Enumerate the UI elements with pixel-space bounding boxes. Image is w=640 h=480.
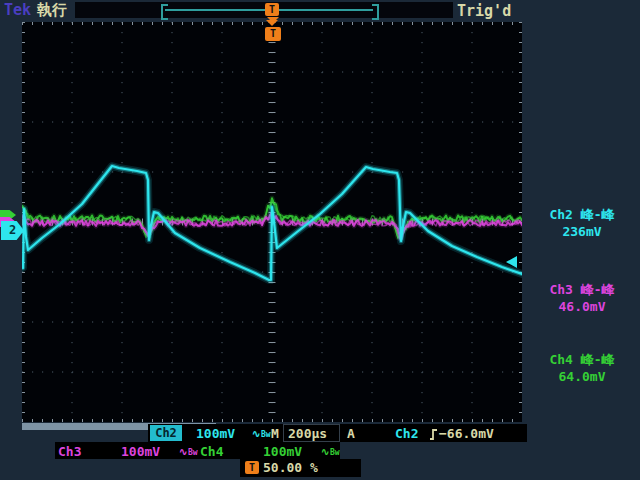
record-view-bar: T [75,2,453,18]
measurement-ch2-peak-to-peak: Ch2 峰-峰 236mV [528,206,636,240]
measurement-value: 46.0mV [528,298,636,315]
trigger-position-arrow-icon [266,20,278,26]
record-trigger-position-icon: T [265,3,279,16]
rising-edge-icon [429,428,438,441]
trigger-status-label: Trig'd [457,2,511,20]
oscilloscope-screenshot: { "header": { "brand": "Tek", "mode_labe… [0,0,640,480]
measurement-label: Ch3 峰-峰 [528,281,636,298]
trigger-position-marker: T [265,27,281,41]
measurement-ch3-peak-to-peak: Ch3 峰-峰 46.0mV [528,281,636,315]
trigger-source-readout: Ch2 [395,426,418,441]
measurement-value: 236mV [528,223,636,240]
timebase-label: M [271,426,279,441]
ch4-bandwidth-limit-icon: Bw [330,448,340,457]
graticule [22,22,522,422]
timebase-value: 200μs [288,426,327,441]
measurement-value: 64.0mV [528,368,636,385]
trigger-level-readout: −66.0mV [439,426,494,441]
record-window-left-bracket [161,4,168,20]
ch4-coupling-icon: ∿ [321,446,329,457]
ch4-channel-label: Ch4 [200,444,223,459]
measurement-label: Ch2 峰-峰 [528,206,636,223]
trigger-position-readout: 50.00 % [263,460,318,475]
acquisition-mode-label: 執行 [37,1,67,20]
ch3-coupling-icon: ∿ [179,446,187,457]
ch2-scale-readout: 100mV [196,426,235,441]
ch3-bandwidth-limit-icon: Bw [188,448,198,457]
ch4-scale-readout: 100mV [263,444,302,459]
ch2-bandwidth-limit-icon: Bw [261,430,271,439]
measurement-ch4-peak-to-peak: Ch4 峰-峰 64.0mV [528,351,636,385]
waveform-canvas [22,22,522,422]
ch3-scale-readout: 100mV [121,444,160,459]
trigger-position-icon: T [245,461,259,474]
measurement-label: Ch4 峰-峰 [528,351,636,368]
trigger-acq-label: A [347,426,355,441]
ch2-ground-marker: 2 [1,221,24,240]
tek-logo: Tek [4,1,31,19]
ch2-channel-badge: Ch2 [150,425,182,441]
ch3-channel-label: Ch3 [58,444,81,459]
ch2-coupling-icon: ∿ [252,428,260,439]
record-window-right-bracket [372,4,379,20]
trigger-level-arrow-icon [506,256,517,268]
